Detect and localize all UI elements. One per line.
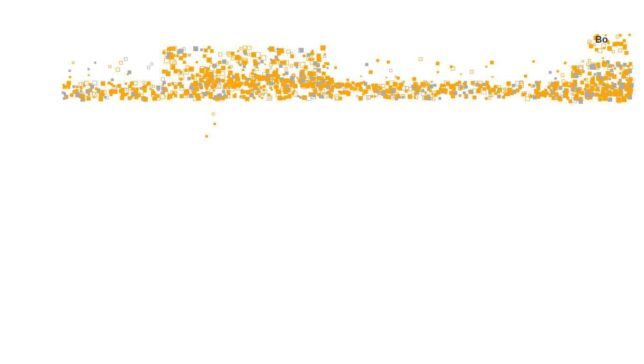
scatter-plot [0, 0, 644, 364]
